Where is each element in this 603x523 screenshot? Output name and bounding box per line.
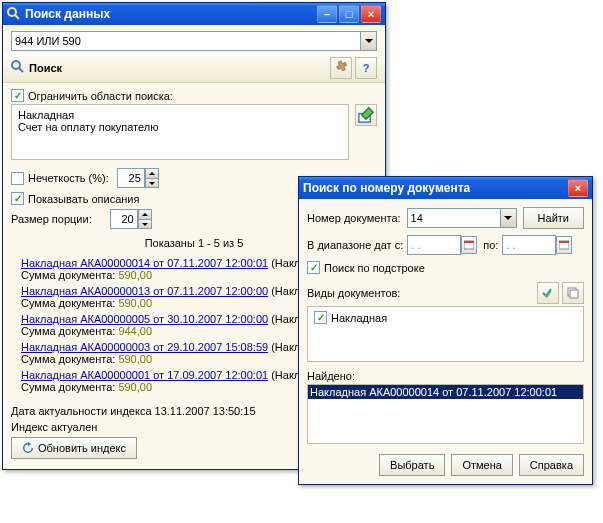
range-from-label: В диапазоне дат с: [307, 239, 403, 251]
app-icon [7, 7, 21, 21]
result-link[interactable]: Накладная АКА00000005 от 30.10.2007 12:0… [21, 313, 268, 325]
show-desc-label: Показывать описания [28, 193, 139, 205]
limit-areas-checkbox[interactable] [11, 89, 24, 102]
calendar-from-button[interactable] [461, 236, 477, 254]
search-input[interactable]: 944 ИЛИ 590 [11, 31, 361, 51]
index-date-label: Дата актуальности индекса 13.11.2007 13:… [11, 405, 256, 417]
select-button[interactable]: Выбрать [379, 454, 445, 476]
settings-button[interactable] [330, 57, 352, 79]
show-desc-checkbox[interactable] [11, 192, 24, 205]
portion-label: Размер порции: [11, 213, 92, 225]
close-button[interactable]: × [361, 5, 381, 23]
svg-point-2 [12, 61, 20, 69]
fuzzy-spinner[interactable]: 25 [117, 168, 159, 188]
result-link[interactable]: Накладная АКА00000003 от 29.10.2007 15:0… [21, 341, 268, 353]
cancel-button[interactable]: Отмена [451, 454, 512, 476]
result-tail: (Накл [268, 313, 300, 325]
result-link[interactable]: Накладная АКА00000013 от 07.11.2007 12:0… [21, 285, 268, 297]
substring-checkbox[interactable] [307, 261, 320, 274]
limit-areas-label: Ограничить области поиска: [28, 90, 173, 102]
maximize-button[interactable]: □ [339, 5, 359, 23]
docnum-label: Номер документа: [307, 212, 401, 224]
areas-list[interactable]: Накладная Счет на оплату покупателю [11, 104, 349, 160]
svg-line-3 [19, 68, 23, 72]
date-from-input[interactable]: . . [407, 235, 461, 255]
find-button[interactable]: Найти [523, 207, 584, 229]
area-item[interactable]: Счет на оплату покупателю [18, 121, 342, 133]
uncheck-all-button[interactable] [562, 282, 584, 304]
found-label: Найдено: [307, 370, 355, 382]
refresh-index-button[interactable]: Обновить индекс [11, 437, 137, 459]
result-tail: (Накл [268, 369, 300, 381]
range-to-label: по: [483, 239, 498, 251]
docnum-input[interactable]: 14 [407, 208, 501, 228]
minimize-button[interactable]: – [317, 5, 337, 23]
search-icon [11, 60, 25, 76]
help-button[interactable]: Справка [519, 454, 584, 476]
docnum-dropdown-button[interactable] [501, 208, 517, 228]
doc-number-search-window: Поиск по номеру документа × Номер докуме… [298, 176, 593, 485]
date-to-input[interactable]: . . [502, 235, 556, 255]
titlebar[interactable]: Поиск данных – □ × [3, 3, 385, 25]
svg-rect-8 [559, 241, 569, 243]
search-button-label[interactable]: Поиск [29, 62, 62, 74]
doctype-checkbox[interactable] [314, 311, 327, 324]
help-button[interactable]: ? [355, 57, 377, 79]
svg-rect-10 [570, 290, 578, 298]
index-status-label: Индекс актуален [11, 421, 97, 433]
area-item[interactable]: Накладная [18, 109, 342, 121]
titlebar[interactable]: Поиск по номеру документа × [299, 177, 592, 199]
svg-line-1 [15, 15, 19, 19]
edit-areas-button[interactable] [355, 104, 377, 126]
window-title: Поиск по номеру документа [303, 181, 566, 195]
result-tail: (Накл [268, 257, 300, 269]
svg-rect-6 [464, 241, 474, 243]
found-list[interactable]: Накладная АКА00000014 от 07.11.2007 12:0… [307, 384, 584, 444]
result-link[interactable]: Накладная АКА00000001 от 17.09.2007 12:0… [21, 369, 268, 381]
close-button[interactable]: × [568, 179, 588, 197]
fuzzy-checkbox[interactable] [11, 172, 24, 185]
result-link[interactable]: Накладная АКА00000014 от 07.11.2007 12:0… [21, 257, 268, 269]
substring-label: Поиск по подстроке [324, 262, 425, 274]
window-title: Поиск данных [25, 7, 315, 21]
found-item[interactable]: Накладная АКА00000014 от 07.11.2007 12:0… [308, 385, 583, 399]
result-tail: (Накл [268, 285, 300, 297]
check-all-button[interactable] [537, 282, 559, 304]
shown-count-label: Показаны 1 - 5 из 5 [145, 237, 244, 249]
result-tail: (Накл [268, 341, 300, 353]
portion-spinner[interactable]: 20 [110, 209, 152, 229]
fuzzy-label: Нечеткость (%): [28, 172, 109, 184]
doctype-item[interactable]: Накладная [331, 312, 387, 324]
svg-point-0 [8, 8, 16, 16]
doctypes-list[interactable]: Накладная [307, 306, 584, 362]
search-dropdown-button[interactable] [361, 31, 377, 51]
calendar-to-button[interactable] [556, 236, 572, 254]
doctypes-label: Виды документов: [307, 287, 400, 299]
